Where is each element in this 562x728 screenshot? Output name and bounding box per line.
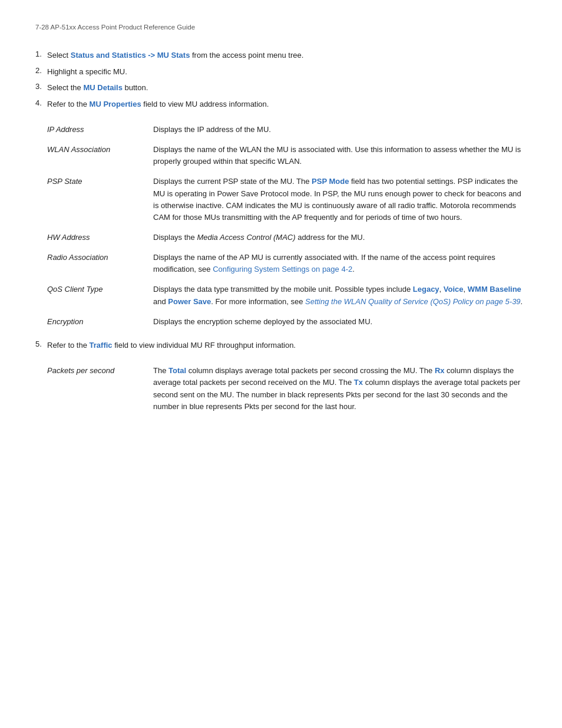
step-3: Select the MU Details button. [35, 82, 527, 94]
field-row-psp-state: PSP State Displays the current PSP state… [47, 176, 527, 223]
mu-properties-link[interactable]: MU Properties [90, 100, 141, 108]
voice-link[interactable]: Voice [444, 285, 464, 294]
wmm-baseline-link[interactable]: WMM Baseline [468, 285, 521, 294]
step-4: Refer to the MU Properties field to view… [35, 98, 527, 110]
field-name-hw-address: HW Address [47, 232, 153, 243]
legacy-link[interactable]: Legacy [413, 285, 439, 294]
field-row-wlan-association: WLAN Association Displays the name of th… [47, 144, 527, 167]
field-row-qos-client-type: QoS Client Type Displays the data type t… [47, 284, 527, 307]
field-name-wlan-association: WLAN Association [47, 144, 153, 156]
step5-list: Refer to the Traffic field to view indiv… [35, 340, 527, 351]
mu-details-link[interactable]: MU Details [83, 83, 122, 92]
step-2: Highlight a specific MU. [35, 66, 527, 78]
field-name-packets-per-second: Packets per second [47, 365, 153, 377]
field-name-qos-client-type: QoS Client Type [47, 284, 153, 295]
traffic-fields: Packets per second The Total column disp… [47, 365, 527, 413]
steps-list: Select Status and Statistics -> MU Stats… [35, 50, 527, 110]
page-header: 7-28 AP-51xx Access Point Product Refere… [35, 24, 527, 31]
field-desc-qos-client-type: Displays the data type transmitted by th… [153, 284, 527, 307]
field-name-encryption: Encryption [47, 316, 153, 328]
field-name-psp-state: PSP State [47, 176, 153, 187]
wlan-qos-policy-link[interactable]: Setting the WLAN Quality of Service (QoS… [305, 297, 521, 306]
status-statistics-link[interactable]: Status and Statistics -> MU Stats [71, 51, 190, 60]
mu-properties-fields: IP Address Displays the IP address of th… [47, 124, 527, 328]
field-desc-ip-address: Displays the IP address of the MU. [153, 124, 527, 136]
configuring-system-settings-link[interactable]: Configuring System Settings on page 4-2 [213, 265, 352, 274]
power-save-link[interactable]: Power Save [168, 297, 211, 306]
field-row-hw-address: HW Address Displays the Media Access Con… [47, 232, 527, 243]
field-row-packets-per-second: Packets per second The Total column disp… [47, 365, 527, 413]
field-desc-hw-address: Displays the Media Access Control (MAC) … [153, 232, 527, 243]
field-row-ip-address: IP Address Displays the IP address of th… [47, 124, 527, 136]
field-row-encryption: Encryption Displays the encryption schem… [47, 316, 527, 328]
psp-mode-link[interactable]: PSP Mode [312, 177, 349, 186]
field-desc-packets-per-second: The Total column displays average total … [153, 365, 527, 413]
field-row-radio-association: Radio Association Displays the name of t… [47, 252, 527, 275]
field-name-radio-association: Radio Association [47, 252, 153, 263]
rx-column-label: Rx [435, 366, 445, 375]
step-5: Refer to the Traffic field to view indiv… [35, 340, 527, 351]
field-name-ip-address: IP Address [47, 124, 153, 136]
tx-column-label: Tx [354, 378, 363, 387]
traffic-link[interactable]: Traffic [90, 341, 113, 350]
field-desc-encryption: Displays the encryption scheme deployed … [153, 316, 527, 328]
total-column-label: Total [168, 366, 186, 375]
field-desc-psp-state: Displays the current PSP state of the MU… [153, 176, 527, 223]
step-1: Select Status and Statistics -> MU Stats… [35, 50, 527, 61]
field-desc-wlan-association: Displays the name of the WLAN the MU is … [153, 144, 527, 167]
field-desc-radio-association: Displays the name of the AP MU is curren… [153, 252, 527, 275]
